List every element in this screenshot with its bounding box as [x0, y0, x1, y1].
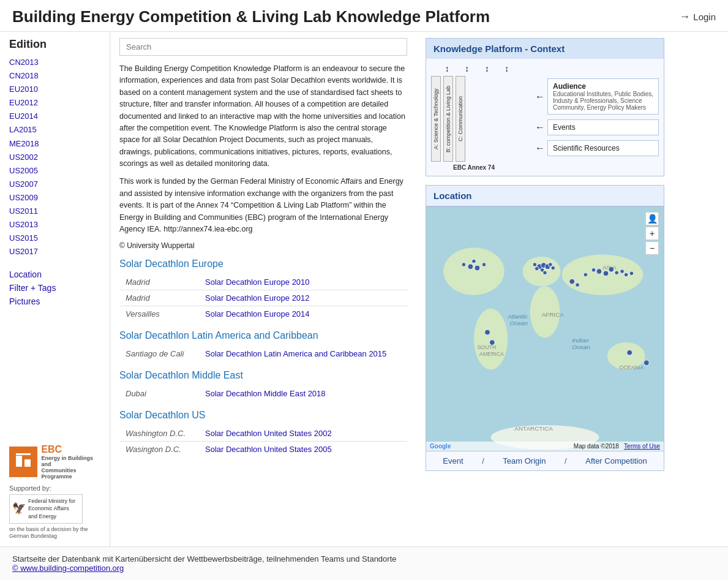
- sidebar-edition-us2002[interactable]: US2002: [9, 151, 103, 164]
- main-layout: Edition CN2013CN2018EU2010EU2012EU2014LA…: [0, 32, 728, 546]
- svg-point-39: [591, 268, 596, 273]
- sidebar-item-filter-tags[interactable]: Filter + Tags: [9, 283, 103, 293]
- sidebar-edition-us2013[interactable]: US2013: [9, 218, 103, 232]
- svg-text:Indian: Indian: [572, 337, 589, 344]
- svg-text:AMERICA: AMERICA: [479, 351, 504, 357]
- map-person-button[interactable]: 👤: [645, 212, 659, 225]
- map-zoom-out-button[interactable]: −: [645, 241, 659, 255]
- sidebar-edition-me2018[interactable]: ME2018: [9, 137, 103, 151]
- kp-scientific-label: Scientific Resources: [553, 144, 620, 153]
- location-section: Location: [426, 185, 664, 540]
- legend-row: Event / Team Origin / After Competition: [426, 451, 664, 471]
- event-name[interactable]: Solar Decathlon United States 2005: [199, 442, 407, 458]
- events-table-solar-decathlon-middle-east: DubaiSolar Decathlon Middle East 2018: [119, 386, 407, 401]
- svg-text:Atlantic: Atlantic: [507, 313, 528, 320]
- event-location: Versailles: [119, 306, 199, 322]
- events-sections: Solar Decathlon EuropeMadridSolar Decath…: [119, 258, 407, 457]
- knowledge-platform-context: Knowledge Platform - Context ↕ ↕ ↕ ↕ A: …: [426, 38, 664, 176]
- arrow-audience: ←: [535, 91, 545, 102]
- sidebar-edition-cn2013[interactable]: CN2013: [9, 56, 103, 69]
- svg-point-49: [627, 350, 632, 355]
- event-name[interactable]: Solar Decathlon Latin America and Caribb…: [199, 346, 407, 361]
- table-row: VersaillesSolar Decathlon Europe 2014: [119, 306, 407, 322]
- map-data-text: Map data ©2018 Terms of Use: [574, 443, 660, 450]
- sidebar-item-pictures[interactable]: Pictures: [9, 296, 103, 306]
- sidebar-edition-us2011[interactable]: US2011: [9, 205, 103, 218]
- svg-point-28: [533, 263, 537, 267]
- sidebar-edition-eu2014[interactable]: EU2014: [9, 110, 103, 123]
- sidebar-edition-us2017[interactable]: US2017: [9, 245, 103, 258]
- arrow-top-1: ↕: [445, 64, 449, 74]
- copyright: © University Wuppertal: [119, 241, 407, 250]
- sidebar-edition-us2015[interactable]: US2015: [9, 232, 103, 245]
- footer-url[interactable]: © www.building-competition.org: [12, 564, 124, 573]
- svg-point-27: [549, 263, 553, 267]
- kp-events-label: Events: [553, 123, 576, 132]
- google-logo: Google: [430, 443, 451, 450]
- svg-point-40: [485, 330, 490, 335]
- event-name[interactable]: Solar Decathlon Middle East 2018: [199, 386, 407, 401]
- event-name[interactable]: Solar Decathlon Europe 2010: [199, 274, 407, 290]
- section-title-solar-decathlon-europe: Solar Decathlon Europe: [119, 258, 407, 270]
- section-title-solar-decathlon-us: Solar Decathlon US: [119, 410, 407, 421]
- svg-rect-2: [24, 459, 31, 467]
- right-panel: Knowledge Platform - Context ↕ ↕ ↕ ↕ A: …: [416, 32, 674, 546]
- svg-point-33: [609, 266, 614, 272]
- legend-event: Event: [443, 456, 463, 466]
- sidebar-edition-eu2012[interactable]: EU2012: [9, 96, 103, 110]
- events-table-solar-decathlon-europe: MadridSolar Decathlon Europe 2010MadridS…: [119, 274, 407, 322]
- sidebar-edition-us2005[interactable]: US2005: [9, 164, 103, 178]
- event-name[interactable]: Solar Decathlon Europe 2012: [199, 290, 407, 306]
- sidebar-edition-eu2010[interactable]: EU2010: [9, 83, 103, 96]
- kp-context-body: ↕ ↕ ↕ ↕ A: Science & Technology B: compe…: [426, 59, 664, 176]
- kp-axis-science: A: Science & Technology: [431, 76, 441, 162]
- table-row: Washington D.C.Solar Decathlon United St…: [119, 426, 407, 442]
- sidebar: Edition CN2013CN2018EU2010EU2012EU2014LA…: [0, 32, 110, 546]
- sidebar-editions: CN2013CN2018EU2010EU2012EU2014LA2015ME20…: [9, 56, 103, 258]
- svg-point-37: [629, 271, 634, 276]
- footer-line2: © www.building-competition.org: [12, 564, 716, 573]
- login-label: Login: [693, 12, 716, 22]
- sidebar-edition-cn2018[interactable]: CN2018: [9, 69, 103, 83]
- sidebar-edition-us2007[interactable]: US2007: [9, 178, 103, 191]
- login-icon: →: [679, 10, 690, 23]
- svg-point-35: [620, 270, 625, 274]
- ebc-logo-container: EBC Energy in Buildings andCommunities P…: [9, 444, 103, 480]
- legend-sep-2: /: [565, 456, 567, 466]
- event-name[interactable]: Solar Decathlon Europe 2014: [199, 306, 407, 322]
- svg-point-8: [443, 247, 505, 295]
- search-input[interactable]: [119, 38, 407, 56]
- sidebar-item-location[interactable]: Location: [9, 270, 103, 279]
- intro-paragraph2: This work is funded by the German Federa…: [119, 176, 407, 235]
- svg-point-32: [603, 271, 609, 276]
- ebc-logo-icon: [9, 447, 37, 477]
- events-table-solar-decathlon-lac: Santiago de CaliSolar Decathlon Latin Am…: [119, 346, 407, 361]
- login-button[interactable]: → Login: [679, 10, 716, 23]
- kp-audience-sub: Educational Institutes, Public Bodies, I…: [553, 91, 653, 111]
- ebc-text: EBC Energy in Buildings andCommunities P…: [41, 444, 103, 480]
- sidebar-edition-la2015[interactable]: LA2015: [9, 123, 103, 137]
- kp-right-items: ← Audience Educational Institutes, Publi…: [529, 64, 659, 171]
- on-basis-text: on the basis of a decision by the German…: [9, 526, 103, 540]
- svg-point-34: [615, 271, 619, 275]
- event-location: Wasington D.C.: [119, 442, 199, 458]
- kp-audience-label: Audience: [553, 82, 653, 91]
- sidebar-edition-us2009[interactable]: US2009: [9, 191, 103, 205]
- svg-text:OCEANIA: OCEANIA: [620, 364, 644, 371]
- event-name[interactable]: Solar Decathlon United States 2002: [199, 426, 407, 442]
- map-zoom-in-button[interactable]: +: [645, 227, 659, 240]
- world-map-svg: Atlantic Ocean Indian Ocean ASIA AFRICA …: [426, 207, 664, 451]
- location-title: Location: [426, 185, 664, 206]
- content-area: The Building Energy Competition Knowledg…: [110, 32, 416, 546]
- svg-point-36: [624, 273, 628, 277]
- map-controls: 👤 + −: [645, 212, 659, 255]
- supported-by-label: Supported by:: [9, 484, 103, 492]
- table-row: MadridSolar Decathlon Europe 2010: [119, 274, 407, 290]
- table-row: Santiago de CaliSolar Decathlon Latin Am…: [119, 346, 407, 361]
- map-container[interactable]: Atlantic Ocean Indian Ocean ASIA AFRICA …: [426, 206, 664, 451]
- events-table-solar-decathlon-us: Washington D.C.Solar Decathlon United St…: [119, 426, 407, 457]
- section-title-solar-decathlon-lac: Solar Decathlon Latin America and Caribb…: [119, 330, 407, 341]
- legend-team-origin: Team Origin: [503, 456, 546, 466]
- terms-of-use-link[interactable]: Terms of Use: [624, 443, 660, 450]
- event-location: Madrid: [119, 290, 199, 306]
